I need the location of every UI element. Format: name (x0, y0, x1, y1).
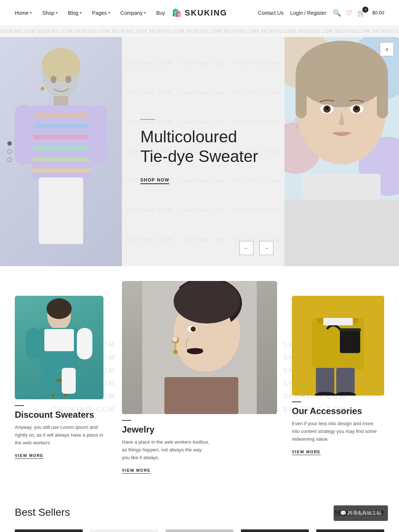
hero-title: Multicoloured Tie-dye Sweater (140, 127, 258, 166)
shop-now-button[interactable]: SHOP NOW (140, 177, 169, 184)
svg-point-54 (191, 326, 196, 332)
svg-rect-64 (340, 329, 360, 353)
svg-rect-44 (42, 368, 57, 394)
hero-model-image (0, 37, 122, 266)
chevron-down-icon: ▾ (108, 11, 110, 15)
nav-buy[interactable]: Buy (156, 10, 165, 16)
site-name: SKUKING (185, 8, 227, 18)
accessories-card: Our Accessories Even if your less into d… (284, 281, 399, 473)
jewelry-model-svg (142, 281, 257, 414)
cart-price: $0.00 (372, 10, 384, 16)
nav-icons: 🔍 ♡ 🛒 0 $0.00 (333, 9, 384, 17)
svg-rect-9 (31, 168, 91, 173)
accessories-view-more-button[interactable]: VIEW MORE (292, 450, 321, 455)
search-icon[interactable]: 🔍 (333, 9, 341, 17)
contact-us-link[interactable]: Contact Us (258, 10, 283, 16)
svg-point-31 (355, 107, 358, 110)
svg-point-23 (296, 41, 388, 107)
svg-point-60 (187, 348, 203, 354)
product-card-4[interactable]: NEW (241, 529, 309, 532)
svg-rect-7 (31, 146, 91, 150)
sweater-card-desc: Anyway, you still use Lorem Ipsum and ri… (15, 424, 103, 447)
logo[interactable]: 🛍️ SKUKING (172, 8, 227, 18)
product-card-2[interactable]: NEW (90, 529, 158, 532)
svg-point-39 (47, 298, 72, 319)
svg-point-59 (174, 281, 240, 323)
jewelry-model-image (122, 281, 277, 414)
best-sellers-header: Best Sellers SEE ALL PRODUCTS (15, 506, 384, 518)
nav-shop[interactable]: Shop ▾ (42, 10, 58, 16)
jewelry-card-title: Jewelry (122, 424, 277, 435)
slide-dot-3[interactable] (7, 157, 12, 162)
svg-rect-6 (31, 135, 91, 139)
svg-rect-12 (39, 177, 83, 244)
face-closeup-image (284, 37, 399, 200)
product-card-5[interactable] (316, 529, 384, 532)
svg-rect-10 (15, 105, 33, 165)
svg-point-57 (173, 350, 178, 354)
watermark-bar: SKUKING.COM SKUKING.COM SKUKING.COM SKUK… (0, 26, 399, 37)
hero-section: SKUKING.COM SKUKING.COM SKUKING.COM SKUK… (0, 37, 399, 266)
nav-blog[interactable]: Blog ▾ (68, 10, 82, 16)
watermark-text-2: SKUKING.COM SKUKING.COM SKUKING.COM SKUK… (372, 29, 399, 34)
svg-point-1 (42, 48, 80, 81)
products-grid: NEW (15, 529, 384, 532)
product-image-1 (15, 529, 83, 532)
nav-pages[interactable]: Pages ▾ (92, 10, 110, 16)
sweater-model-image (15, 296, 103, 399)
nav-left: Home ▾ Shop ▾ Blog ▾ Pages ▾ Company ▾ B… (15, 10, 165, 16)
wishlist-icon[interactable]: ♡ (346, 9, 352, 17)
hero-navigation: ← → (239, 241, 273, 255)
accessories-card-title: Our Accessories (292, 406, 384, 416)
svg-rect-42 (26, 328, 41, 359)
product-card-3[interactable] (166, 529, 233, 532)
svg-rect-11 (89, 105, 107, 165)
svg-rect-65 (339, 328, 361, 331)
product-image-2: NEW (90, 529, 158, 532)
sweater-card-text: Discount Sweaters Anyway, you still use … (15, 405, 103, 458)
chat-widget[interactable]: 💬 跨境电商独立站 (334, 505, 388, 521)
svg-point-14 (65, 76, 71, 83)
hero-center: SKUKING.COM SKUKING.COM SKUKING.COM SKUK… (122, 37, 284, 266)
slider-dots (7, 141, 12, 162)
login-register-link[interactable]: Login / Register (290, 10, 326, 16)
featured-section: SKUKING.COM SKUKING.COM SKUKING.COM SKUK… (0, 266, 399, 488)
sweater-view-more-button[interactable]: VIEW MORE (15, 453, 44, 459)
prev-arrow-button[interactable]: ← (239, 241, 253, 255)
nav-home[interactable]: Home ▾ (15, 10, 32, 16)
accessories-model-image (292, 296, 384, 396)
cart-icon[interactable]: 🛒 0 (357, 9, 365, 17)
svg-rect-43 (77, 328, 92, 359)
chevron-down-icon: ▾ (80, 11, 82, 15)
nav-company[interactable]: Company ▾ (120, 10, 146, 16)
product-image-3 (166, 529, 233, 532)
sweater-model-svg (22, 298, 96, 397)
svg-rect-68 (336, 368, 355, 394)
next-arrow-button[interactable]: → (259, 241, 273, 255)
logo-icon: 🛍️ (172, 8, 182, 18)
hero-divider (140, 119, 155, 120)
accessories-divider (292, 401, 301, 402)
svg-rect-67 (316, 368, 334, 394)
slide-dot-2[interactable] (7, 149, 12, 154)
svg-rect-58 (164, 377, 238, 414)
svg-point-28 (325, 107, 328, 110)
scroll-up-button[interactable]: ∧ (380, 42, 394, 56)
best-sellers-title: Best Sellers (15, 506, 70, 518)
svg-rect-45 (62, 368, 76, 394)
product-image-4: NEW (241, 529, 309, 532)
hero-left-image (0, 37, 122, 266)
svg-rect-25 (377, 74, 388, 118)
chevron-down-icon: ▾ (56, 11, 58, 15)
svg-rect-34 (297, 123, 298, 129)
svg-point-33 (294, 117, 300, 123)
svg-rect-5 (31, 124, 91, 128)
chevron-down-icon: ▾ (144, 11, 146, 15)
product-card-1[interactable] (15, 529, 83, 532)
svg-point-15 (41, 87, 44, 91)
slide-dot-1[interactable] (7, 141, 12, 146)
chevron-down-icon: ▾ (30, 11, 32, 15)
jewelry-view-more-button[interactable]: VIEW MORE (122, 468, 151, 474)
svg-point-13 (51, 76, 57, 83)
sweater-divider (15, 405, 24, 406)
